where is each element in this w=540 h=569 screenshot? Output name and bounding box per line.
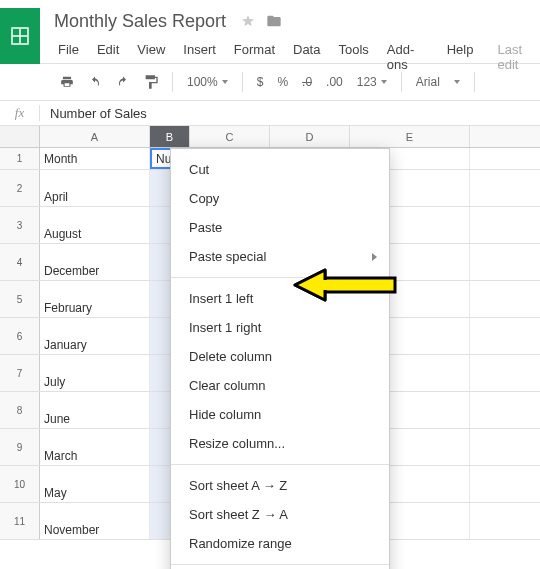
menu-help[interactable]: Help (439, 38, 482, 76)
percent-format-button[interactable]: % (273, 75, 292, 89)
cell[interactable]: December (40, 244, 150, 280)
currency-format-button[interactable]: $ (253, 75, 268, 89)
cell[interactable]: April (40, 170, 150, 206)
app-header: Monthly Sales Report File Edit View Inse… (0, 0, 540, 64)
ctx-randomize[interactable]: Randomize range (171, 529, 389, 558)
formula-bar: fx Number of Sales (0, 100, 540, 126)
ctx-sort-za[interactable]: Sort sheet Z → A (171, 500, 389, 529)
cell[interactable]: Month (40, 148, 150, 169)
row-header[interactable]: 9 (0, 429, 40, 465)
menu-separator (171, 277, 389, 278)
doc-title[interactable]: Monthly Sales Report (50, 11, 230, 32)
cell[interactable]: March (40, 429, 150, 465)
toolbar-separator (172, 72, 173, 92)
star-icon[interactable] (240, 13, 256, 29)
cell[interactable]: July (40, 355, 150, 391)
chevron-down-icon (222, 80, 228, 84)
column-header-b[interactable]: B (150, 126, 190, 147)
ctx-resize-column[interactable]: Resize column... (171, 429, 389, 458)
undo-icon[interactable] (84, 71, 106, 93)
column-headers: A B C D E (0, 126, 540, 148)
number-format-dropdown[interactable]: 123 (353, 73, 391, 91)
context-menu: Cut Copy Paste Paste special Insert 1 le… (170, 148, 390, 569)
cell[interactable]: November (40, 503, 150, 539)
fx-label: fx (0, 105, 40, 121)
cell[interactable]: January (40, 318, 150, 354)
menu-insert[interactable]: Insert (175, 38, 224, 76)
font-dropdown[interactable]: Arial (412, 73, 465, 91)
ctx-delete-column[interactable]: Delete column (171, 342, 389, 371)
menu-separator (171, 464, 389, 465)
row-header[interactable]: 1 (0, 148, 40, 169)
zoom-dropdown[interactable]: 100% (183, 73, 232, 91)
chevron-down-icon (454, 80, 460, 84)
cell[interactable]: August (40, 207, 150, 243)
row-header[interactable]: 10 (0, 466, 40, 502)
row-header[interactable]: 3 (0, 207, 40, 243)
chevron-right-icon (372, 253, 377, 261)
column-header-e[interactable]: E (350, 126, 470, 147)
ctx-hide-column[interactable]: Hide column (171, 400, 389, 429)
cell[interactable]: May (40, 466, 150, 502)
print-icon[interactable] (56, 71, 78, 93)
menu-addons[interactable]: Add-ons (379, 38, 437, 76)
toolbar-separator (474, 72, 475, 92)
ctx-paste-special[interactable]: Paste special (171, 242, 389, 271)
column-header-a[interactable]: A (40, 126, 150, 147)
redo-icon[interactable] (112, 71, 134, 93)
folder-icon[interactable] (266, 13, 282, 29)
paint-format-icon[interactable] (140, 71, 162, 93)
menu-separator (171, 564, 389, 565)
menu-data[interactable]: Data (285, 38, 328, 76)
chevron-down-icon (381, 80, 387, 84)
column-header-c[interactable]: C (190, 126, 270, 147)
ctx-copy[interactable]: Copy (171, 184, 389, 213)
ctx-cut[interactable]: Cut (171, 155, 389, 184)
row-header[interactable]: 2 (0, 170, 40, 206)
column-header-d[interactable]: D (270, 126, 350, 147)
ctx-clear-column[interactable]: Clear column (171, 371, 389, 400)
ctx-sort-az[interactable]: Sort sheet A → Z (171, 471, 389, 500)
formula-input[interactable]: Number of Sales (40, 106, 147, 121)
sheets-logo[interactable] (0, 8, 40, 64)
row-header[interactable]: 11 (0, 503, 40, 539)
ctx-insert-right[interactable]: Insert 1 right (171, 313, 389, 342)
menu-tools[interactable]: Tools (330, 38, 376, 76)
cell[interactable]: June (40, 392, 150, 428)
select-all-corner[interactable] (0, 126, 40, 147)
toolbar-separator (401, 72, 402, 92)
ctx-insert-left[interactable]: Insert 1 left (171, 284, 389, 313)
cell[interactable]: February (40, 281, 150, 317)
toolbar-separator (242, 72, 243, 92)
last-edit-text[interactable]: Last edit (483, 38, 540, 76)
row-header[interactable]: 6 (0, 318, 40, 354)
row-header[interactable]: 7 (0, 355, 40, 391)
menu-format[interactable]: Format (226, 38, 283, 76)
row-header[interactable]: 5 (0, 281, 40, 317)
row-header[interactable]: 4 (0, 244, 40, 280)
row-header[interactable]: 8 (0, 392, 40, 428)
ctx-paste[interactable]: Paste (171, 213, 389, 242)
decrease-decimal-button[interactable]: .0 (298, 75, 316, 89)
increase-decimal-button[interactable]: .00 (322, 75, 347, 89)
